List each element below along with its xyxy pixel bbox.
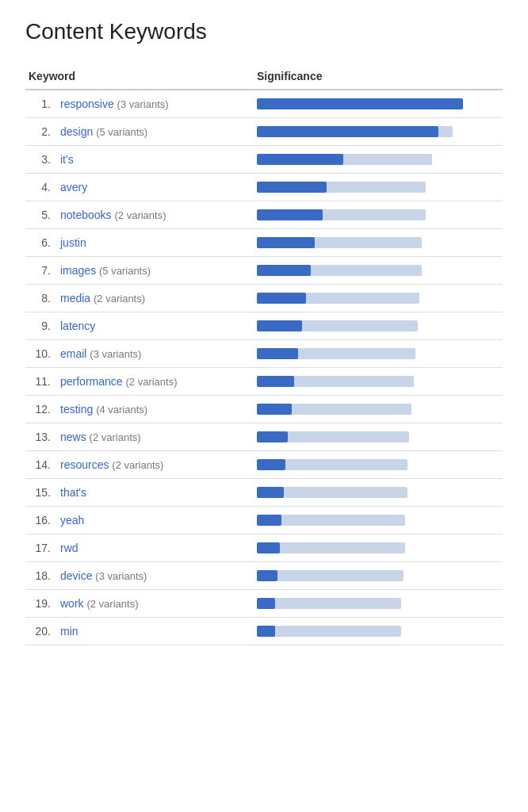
- bar-container: [257, 459, 463, 470]
- bar-cell: [244, 146, 503, 174]
- bar-cell: [244, 340, 503, 368]
- table-row: 3. it's: [25, 146, 503, 174]
- rank-cell: 10.: [25, 340, 54, 368]
- keyword-link[interactable]: email: [60, 347, 86, 360]
- bar-cell: [244, 118, 503, 146]
- keyword-link[interactable]: news: [60, 431, 86, 443]
- bar-foreground: [257, 293, 306, 304]
- bar-cell: [244, 368, 503, 396]
- keyword-link[interactable]: min: [60, 625, 78, 638]
- bar-container: [257, 154, 463, 165]
- keyword-cell: latency: [54, 312, 244, 340]
- keyword-cell: responsive (3 variants): [54, 90, 244, 118]
- rank-cell: 15.: [25, 479, 54, 507]
- bar-cell: [244, 257, 503, 285]
- col-header-significance: Significance: [244, 63, 503, 90]
- keyword-cell: avery: [54, 174, 244, 201]
- bar-container: [257, 515, 463, 526]
- bar-foreground: [257, 431, 288, 442]
- bar-foreground: [257, 320, 302, 331]
- keyword-link[interactable]: device: [60, 569, 92, 582]
- keyword-link[interactable]: notebooks: [60, 209, 112, 221]
- keyword-link[interactable]: media: [60, 292, 90, 304]
- keyword-link[interactable]: rwd: [60, 542, 78, 554]
- bar-cell: [244, 90, 503, 118]
- bar-cell: [244, 423, 503, 451]
- rank-cell: 3.: [25, 146, 54, 174]
- bar-container: [257, 626, 463, 637]
- bar-background: [257, 626, 401, 637]
- rank-cell: 18.: [25, 562, 54, 590]
- bar-cell: [244, 451, 503, 479]
- bar-foreground: [257, 209, 323, 220]
- bar-foreground: [257, 570, 277, 581]
- bar-background: [257, 570, 404, 581]
- keyword-link[interactable]: performance: [60, 375, 123, 388]
- keyword-cell: justin: [54, 229, 244, 257]
- table-row: 9. latency: [25, 312, 503, 340]
- keyword-link[interactable]: that's: [60, 486, 86, 499]
- table-row: 5. notebooks (2 variants): [25, 201, 503, 229]
- keyword-link[interactable]: yeah: [60, 514, 84, 527]
- col-header-keyword: Keyword: [25, 63, 244, 90]
- bar-container: [257, 209, 463, 220]
- keyword-cell: images (5 variants): [54, 257, 244, 285]
- keyword-link[interactable]: justin: [60, 236, 86, 249]
- bar-cell: [244, 285, 503, 312]
- bar-foreground: [257, 487, 284, 498]
- keyword-cell: email (3 variants): [54, 340, 244, 368]
- keyword-cell: design (5 variants): [54, 118, 244, 146]
- bar-foreground: [257, 515, 281, 526]
- keyword-link[interactable]: responsive: [60, 98, 114, 110]
- variants-label: (3 variants): [95, 570, 147, 582]
- bar-foreground: [257, 98, 463, 109]
- bar-container: [257, 98, 463, 109]
- keyword-link[interactable]: testing: [60, 403, 93, 416]
- keyword-cell: yeah: [54, 507, 244, 534]
- rank-cell: 11.: [25, 368, 54, 396]
- keyword-link[interactable]: design: [60, 125, 93, 138]
- bar-foreground: [257, 598, 275, 609]
- variants-label: (2 variants): [115, 209, 166, 221]
- table-row: 1. responsive (3 variants): [25, 90, 503, 118]
- rank-cell: 17.: [25, 534, 54, 562]
- rank-cell: 8.: [25, 285, 54, 312]
- table-row: 10. email (3 variants): [25, 340, 503, 368]
- variants-label: (2 variants): [125, 376, 177, 388]
- bar-background: [257, 598, 401, 609]
- keyword-link[interactable]: avery: [60, 181, 87, 193]
- rank-cell: 19.: [25, 590, 54, 618]
- bar-container: [257, 293, 463, 304]
- bar-foreground: [257, 265, 311, 276]
- bar-foreground: [257, 348, 298, 359]
- bar-cell: [244, 534, 503, 562]
- keyword-link[interactable]: it's: [60, 153, 74, 166]
- table-row: 6. justin: [25, 229, 503, 257]
- bar-foreground: [257, 237, 315, 248]
- keyword-link[interactable]: resources: [60, 458, 109, 471]
- rank-cell: 5.: [25, 201, 54, 229]
- bar-container: [257, 598, 463, 609]
- keyword-cell: resources (2 variants): [54, 451, 244, 479]
- keyword-cell: performance (2 variants): [54, 368, 244, 396]
- table-row: 19. work (2 variants): [25, 590, 503, 618]
- bar-container: [257, 237, 463, 248]
- bar-container: [257, 542, 463, 553]
- keyword-link[interactable]: work: [60, 597, 84, 610]
- bar-container: [257, 376, 463, 387]
- bar-container: [257, 182, 463, 193]
- table-row: 15. that's: [25, 479, 503, 507]
- keyword-cell: it's: [54, 146, 244, 174]
- rank-cell: 2.: [25, 118, 54, 146]
- keyword-cell: media (2 variants): [54, 285, 244, 312]
- variants-label: (3 variants): [90, 348, 141, 360]
- bar-container: [257, 570, 463, 581]
- bar-container: [257, 320, 463, 331]
- keyword-link[interactable]: latency: [60, 320, 95, 332]
- keyword-cell: notebooks (2 variants): [54, 201, 244, 229]
- rank-cell: 20.: [25, 618, 54, 645]
- variants-label: (2 variants): [86, 598, 138, 610]
- keyword-link[interactable]: images: [60, 264, 96, 277]
- bar-cell: [244, 201, 503, 229]
- bar-foreground: [257, 404, 292, 415]
